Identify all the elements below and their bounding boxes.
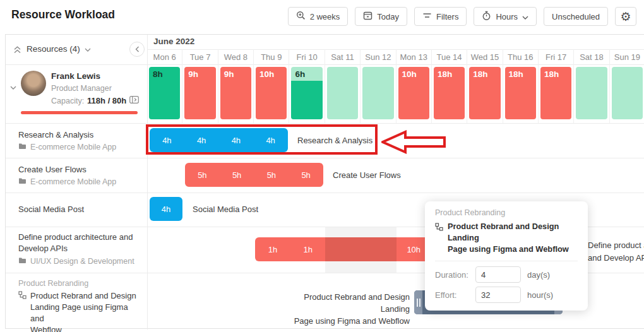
day-header: Tue 7 <box>182 49 217 64</box>
capacity-progress-bar <box>21 111 138 114</box>
resource-capacity: Capacity: 118h / 80h <box>51 96 139 105</box>
duration-label: Duration: <box>435 270 475 280</box>
drag-handle-left[interactable] <box>414 290 422 314</box>
filter-lines-icon <box>422 11 432 22</box>
day-header: Mon 13 <box>396 49 431 64</box>
workload-grid: June 2022 Mon 6 Tue 7 Wed 8 Thu 9 Fri 10… <box>5 34 644 329</box>
workload-cell[interactable]: 10h <box>398 67 429 119</box>
task-group-label: Product Rebranding <box>18 279 88 288</box>
workload-cell[interactable]: 18h <box>505 67 536 119</box>
task-project: E-commerce Mobile App <box>18 177 116 186</box>
task-project: UI/UX Design & Development <box>18 256 134 266</box>
bar-label: Product Rebrand and Design Landing Page … <box>274 291 410 327</box>
hours-dropdown[interactable]: Hours <box>474 7 537 26</box>
workload-cell[interactable] <box>576 67 607 119</box>
day-header: Tue 14 <box>431 49 467 64</box>
unscheduled-label: Unscheduled <box>552 12 600 21</box>
calendar-icon <box>363 11 373 22</box>
sidebar-task-research-analysis[interactable]: Research & Analysis <box>18 129 93 141</box>
month-label: June 2022 <box>153 37 194 46</box>
workload-cell[interactable]: 10h <box>256 67 287 119</box>
folder-icon <box>18 256 27 266</box>
project-name: E-commerce Mobile App <box>30 177 116 186</box>
effort-unit: hour(s) <box>527 290 553 300</box>
project-name: E-commerce Mobile App <box>30 143 116 151</box>
resources-label: Resources (4) <box>27 44 80 54</box>
task-bar-social-media-post[interactable]: 4h <box>150 197 182 221</box>
unscheduled-button[interactable]: Unscheduled <box>544 7 608 26</box>
workload-cell[interactable] <box>362 67 393 119</box>
cell-fill <box>291 81 322 119</box>
day-header: Thu 16 <box>503 49 538 64</box>
workload-cell[interactable] <box>612 67 643 119</box>
bar-label: Social Media Post <box>193 205 258 214</box>
settings-button[interactable]: ⚙ <box>615 7 636 26</box>
day-header: Wed 8 <box>218 49 253 64</box>
page-title: Resource Workload <box>11 8 115 21</box>
effort-input[interactable] <box>475 287 521 303</box>
duration-unit: day(s) <box>527 270 550 280</box>
effort-field: Effort: hour(s) <box>435 287 578 303</box>
workload-cell[interactable]: 8h <box>149 67 180 119</box>
filters-label: Filters <box>436 12 458 21</box>
sidebar-task-product-rebrand[interactable]: Product Rebrand and Design Landing Page … <box>18 290 141 332</box>
day-header: Mon 6 <box>147 49 182 64</box>
collapse-panel-button[interactable] <box>129 42 145 57</box>
gear-icon: ⚙ <box>620 9 631 24</box>
divider <box>6 193 644 193</box>
filters-button[interactable]: Filters <box>414 7 467 26</box>
subtask-icon <box>435 221 443 255</box>
workload-cell[interactable]: 9h <box>184 67 215 119</box>
day-header: Sun 19 <box>609 49 644 64</box>
divider <box>6 158 644 158</box>
chevron-left-icon <box>135 44 140 55</box>
open-panel-icon[interactable] <box>129 96 139 105</box>
duration-input[interactable] <box>475 266 521 283</box>
resource-role: Product Manager <box>51 84 112 93</box>
resource-workload-screen: Resource Workload 2 weeks Today Filters … <box>0 0 644 332</box>
workload-cell[interactable]: 18h <box>469 67 500 119</box>
subtask-icon <box>18 290 27 332</box>
workload-cell[interactable]: 18h <box>540 67 571 119</box>
task-bar-research-analysis[interactable]: 4h4h4h4h <box>150 128 288 152</box>
weekend-overlay <box>325 237 397 261</box>
bar-label: Research & Analysis <box>297 136 373 145</box>
resources-dropdown[interactable]: Resources (4) <box>27 44 91 54</box>
day-header: Sat 18 <box>573 49 609 64</box>
day-header: Fri 17 <box>538 49 573 64</box>
magnifier-plus-icon <box>296 11 306 22</box>
workload-cell[interactable] <box>327 67 358 119</box>
resource-name: Frank Lewis <box>51 71 100 81</box>
bar-label-clipped: Define product architecture and Develop … <box>588 239 644 267</box>
bar-label: Create User Flows <box>333 170 401 180</box>
collapse-all-icon[interactable] <box>13 45 21 56</box>
workload-cell[interactable]: 6h <box>291 67 322 119</box>
day-header: Fri 10 <box>289 49 324 64</box>
effort-label: Effort: <box>435 290 475 300</box>
expand-resource-icon[interactable] <box>10 81 16 92</box>
sidebar-task-social-media-post[interactable]: Social Media Post <box>18 204 84 215</box>
day-header: Sat 11 <box>325 49 360 64</box>
avatar[interactable] <box>21 71 46 96</box>
task-project: E-commerce Mobile App <box>18 142 116 151</box>
day-header: Sun 12 <box>360 49 395 64</box>
folder-icon <box>18 177 27 186</box>
zoom-range-button[interactable]: 2 weeks <box>288 7 349 26</box>
divider <box>6 123 644 124</box>
day-header: Thu 9 <box>253 49 289 64</box>
stopwatch-icon <box>482 11 491 23</box>
folder-icon <box>18 142 27 151</box>
hours-label: Hours <box>496 12 518 21</box>
task-bar-create-user-flows[interactable]: 5h5h5h5h <box>185 163 323 187</box>
workload-cell[interactable]: 9h <box>220 67 251 119</box>
sidebar-task-define-architecture[interactable]: Define product architecture andDevelop A… <box>18 232 145 254</box>
task-detail-popup: Product Rebranding Product Rebrand and D… <box>425 201 588 311</box>
day-header: Wed 15 <box>467 49 502 64</box>
sidebar-task-create-user-flows[interactable]: Create User Flows <box>18 164 86 175</box>
annotation-arrow <box>381 130 447 157</box>
today-button[interactable]: Today <box>355 7 407 26</box>
workload-cell[interactable]: 18h <box>434 67 465 119</box>
workload-cells-row: 8h 9h 9h 10h 6h 10h 18h 18h 18h 18h <box>147 64 644 123</box>
popup-group-label: Product Rebranding <box>435 208 578 217</box>
popup-task-title: Product Rebrand and Design Landing Page … <box>448 221 578 255</box>
